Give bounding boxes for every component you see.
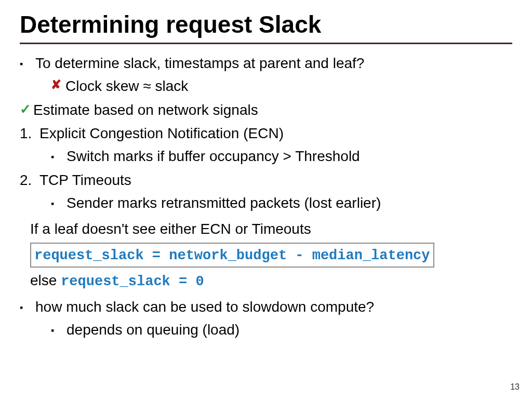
condition-if: If a leaf doesn't see either ECN or Time… [30,219,512,239]
numbered-row: 1. Explicit Congestion Notification (ECN… [20,124,512,143]
slide-title: Determining request Slack [20,10,512,44]
cross-icon [51,76,65,93]
bullet-row: Estimate based on network signals [20,100,512,120]
bullet-row: how much slack can be used to slowdown c… [20,297,512,317]
bullet-text: Estimate based on network signals [33,100,512,120]
bullet-text: depends on queuing (load) [66,320,512,340]
else-text: else [30,272,61,288]
bullet-text: Sender marks retransmitted packets (lost… [66,193,512,213]
slide-content: To determine slack, timestamps at parent… [20,54,512,340]
bullet-text: how much slack can be used to slowdown c… [35,297,512,317]
square-bullet-icon [51,320,66,338]
slide: Determining request Slack To determine s… [0,0,532,399]
bullet-row: To determine slack, timestamps at parent… [20,54,512,73]
square-bullet-icon [20,297,35,315]
bullet-text: Explicit Congestion Notification (ECN) [35,124,512,143]
condition-else: else request_slack = 0 [30,271,512,291]
page-number: 13 [510,382,520,392]
formula-box: request_slack = network_budget - median_… [30,243,434,267]
sub-bullet-row: Sender marks retransmitted packets (lost… [51,193,512,213]
square-bullet-icon [51,147,66,164]
formula-code: request_slack = 0 [61,274,204,289]
square-bullet-icon [51,193,66,211]
bullet-text: Clock skew ≈ slack [65,76,512,96]
square-bullet-icon [20,54,35,71]
number-marker: 1. [20,124,35,143]
number-marker: 2. [20,170,35,190]
sub-bullet-row: Clock skew ≈ slack [51,76,512,96]
bullet-text: To determine slack, timestamps at parent… [35,54,512,73]
formula-code: request_slack = network_budget - median_… [34,248,430,263]
check-icon [20,100,33,118]
condition-text: If a leaf doesn't see either ECN or Time… [30,221,311,237]
sub-bullet-row: Switch marks if buffer occupancy > Thres… [51,147,512,166]
numbered-row: 2. TCP Timeouts [20,170,512,190]
bullet-text: TCP Timeouts [35,170,512,190]
bullet-text: Switch marks if buffer occupancy > Thres… [66,147,512,166]
sub-bullet-row: depends on queuing (load) [51,320,512,340]
